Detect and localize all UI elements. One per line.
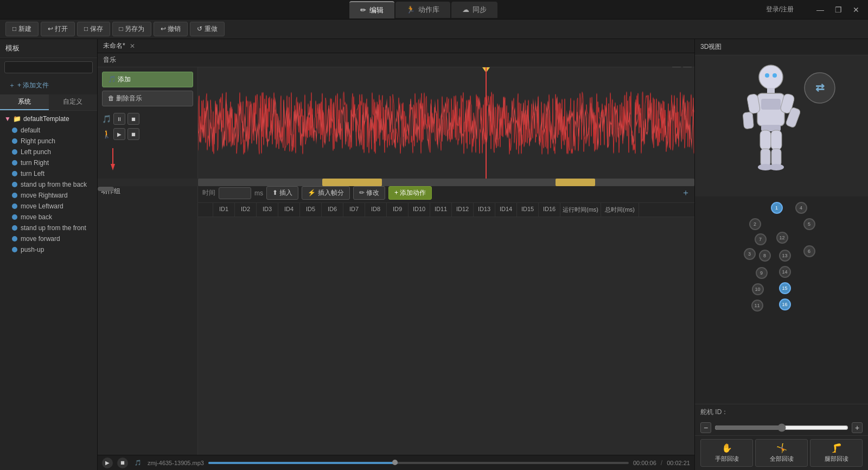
walk-play-button[interactable]: ▶: [113, 128, 125, 140]
read-leg-button[interactable]: 🦵 腿部回读: [810, 439, 863, 467]
delete-music-button[interactable]: 🗑 删除音乐: [102, 91, 193, 106]
motor-slider[interactable]: [714, 423, 848, 432]
tree-item[interactable]: move back: [0, 212, 97, 223]
add-music-button[interactable]: 🎵 添加: [102, 72, 193, 87]
tab-editor[interactable]: ✏ ✏ 编辑 编辑: [349, 1, 394, 18]
minimize-btn[interactable]: —: [813, 4, 827, 15]
sidebar-tab-bar: 系统 自定义: [0, 94, 97, 111]
music-stop-button[interactable]: ⏹: [127, 113, 139, 125]
insert-frac-button[interactable]: ⚡ 插入帧分: [302, 186, 349, 200]
servo-dot-15[interactable]: 15: [779, 282, 791, 294]
servo-dot-4[interactable]: 4: [795, 202, 807, 214]
music-main: 🎵 添加 🗑 删除音乐 🎵 ⏸ ⏹ 🚶 ▶ ⏹: [98, 67, 694, 179]
servo-dot-9[interactable]: 9: [756, 267, 768, 279]
audio-progress-fill: [208, 462, 398, 464]
servo-dot-5[interactable]: 5: [803, 218, 815, 230]
tree-item[interactable]: Right punch: [0, 136, 97, 147]
tree-item[interactable]: turn Right: [0, 157, 97, 168]
slider-plus-button[interactable]: +: [852, 422, 863, 433]
svg-rect-9: [743, 112, 754, 129]
table-header-cell: [198, 203, 213, 217]
servo-dot-12[interactable]: 12: [776, 232, 788, 244]
plus-icon-frame[interactable]: ＋: [681, 187, 690, 199]
read-hand-button[interactable]: ✋ 手部回读: [700, 439, 753, 467]
servo-dot-14[interactable]: 14: [779, 266, 791, 278]
audio-stop-button[interactable]: ⏹: [117, 458, 128, 468]
audio-total-time: 00:02:21: [667, 460, 690, 466]
tree-item[interactable]: stand up from the front: [0, 223, 97, 233]
servo-dot-10[interactable]: 10: [752, 283, 764, 295]
svg-point-18: [769, 164, 784, 170]
audio-play-button[interactable]: ▶: [102, 458, 113, 468]
tree-item[interactable]: stand up from the back: [0, 179, 97, 190]
servo-dot-3[interactable]: 3: [744, 248, 756, 260]
table-header-cell: ID16: [539, 203, 560, 217]
servo-dot-1[interactable]: 1: [771, 202, 783, 214]
login-register[interactable]: 登录/注册: [766, 5, 794, 14]
table-header-cell: ID11: [430, 203, 452, 217]
titlebar: ✏ ✏ 编辑 编辑 🏃 动作库 ☁ 同步 登录/注册 — ❐ ✕: [0, 0, 868, 20]
center-panel: 未命名* ✕ 音乐 00:00:0100:00:0200:00:0300:00:…: [98, 39, 694, 470]
edit-button[interactable]: ✏ 修改: [353, 186, 385, 200]
tree-item-dot: [12, 138, 17, 144]
timeline-bars: [98, 179, 694, 186]
walk-stop-button[interactable]: ⏹: [127, 128, 139, 140]
tree-item[interactable]: default: [0, 125, 97, 136]
table-header-cell: ID9: [387, 203, 409, 217]
music-label: 音乐: [98, 53, 694, 67]
tree-item-dot: [12, 225, 17, 231]
tree-item[interactable]: move Rightward: [0, 190, 97, 201]
doc-title: 未命名*: [103, 41, 125, 50]
audio-progress-dot: [392, 460, 398, 465]
action-table: ID1ID2ID3ID4ID5ID6ID7ID8ID9ID10ID11ID12I…: [198, 203, 694, 455]
save-button[interactable]: □ 保存: [77, 22, 110, 36]
playback-controls-walk: 🚶 ▶ ⏹: [102, 128, 193, 140]
tab-actions[interactable]: 🏃 动作库: [395, 2, 450, 18]
tab-custom[interactable]: 自定义: [49, 94, 98, 110]
folder-icon: 📁: [13, 115, 21, 123]
read-leg-label: 腿部回读: [825, 455, 848, 463]
folder-default-template[interactable]: ▼ 📁 defaultTemplate: [0, 113, 97, 125]
tab-system[interactable]: 系统: [0, 94, 49, 110]
servo-dot-11[interactable]: 11: [751, 300, 763, 312]
tree-item[interactable]: turn Left: [0, 168, 97, 179]
scroll-thumb[interactable]: [98, 187, 114, 191]
servo-dot-6[interactable]: 6: [803, 245, 815, 257]
tree-item-dot: [12, 204, 17, 209]
doc-close-button[interactable]: ✕: [130, 42, 135, 50]
add-file-button[interactable]: ＋ + 添加文件: [4, 79, 93, 92]
close-btn[interactable]: ✕: [850, 4, 863, 15]
tree-item[interactable]: push-up: [0, 244, 97, 255]
add-action-button[interactable]: + 添加动作: [388, 186, 432, 200]
tree-item[interactable]: Left punch: [0, 147, 97, 157]
save-as-button[interactable]: □ 另存为: [112, 22, 152, 36]
insert-button[interactable]: ⬆ 插入: [266, 186, 298, 200]
playhead-arrow: [482, 67, 490, 73]
tree-item-label: default: [21, 126, 40, 134]
table-header-cell: ID1: [213, 203, 235, 217]
redo-button[interactable]: ↺ 重做: [190, 22, 224, 36]
slider-minus-button[interactable]: −: [700, 422, 711, 433]
maximize-btn[interactable]: ❐: [832, 4, 845, 15]
playback-controls-music: 🎵 ⏸ ⏹: [102, 113, 193, 125]
audio-progress-bar[interactable]: [208, 462, 629, 464]
servo-dot-7[interactable]: 7: [755, 233, 767, 245]
time-input[interactable]: [219, 187, 251, 199]
servo-dot-8[interactable]: 8: [759, 250, 771, 262]
music-pause-button[interactable]: ⏸: [113, 113, 125, 125]
folder-arrow-icon: ▼: [4, 115, 11, 123]
table-header-cell: ID10: [409, 203, 430, 217]
open-button[interactable]: ↩ 打开: [41, 22, 75, 36]
undo-button[interactable]: ↩ 撤销: [154, 22, 188, 36]
audio-current-time: 00:00:06: [633, 460, 656, 466]
tree-item[interactable]: move forward: [0, 233, 97, 244]
servo-dot-2[interactable]: 2: [749, 218, 761, 230]
tree-item[interactable]: move Leftward: [0, 201, 97, 212]
waveform-area: [198, 67, 694, 179]
servo-dot-16[interactable]: 16: [779, 298, 791, 310]
servo-dot-13[interactable]: 13: [779, 250, 791, 262]
read-all-button[interactable]: 🤸 全部回读: [755, 439, 808, 467]
tab-sync[interactable]: ☁ 同步: [451, 2, 497, 18]
search-input[interactable]: [4, 61, 93, 73]
new-button[interactable]: □ 新建: [5, 22, 39, 36]
